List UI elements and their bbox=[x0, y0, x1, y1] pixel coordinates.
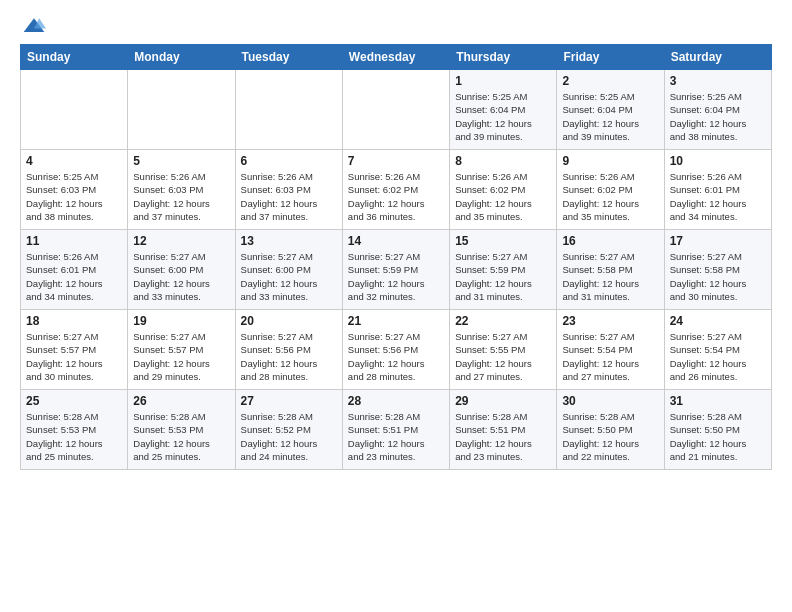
calendar-cell: 17Sunrise: 5:27 AM Sunset: 5:58 PM Dayli… bbox=[664, 230, 771, 310]
calendar-cell: 6Sunrise: 5:26 AM Sunset: 6:03 PM Daylig… bbox=[235, 150, 342, 230]
column-header-monday: Monday bbox=[128, 45, 235, 70]
day-info: Sunrise: 5:26 AM Sunset: 6:02 PM Dayligh… bbox=[348, 170, 444, 223]
day-info: Sunrise: 5:26 AM Sunset: 6:03 PM Dayligh… bbox=[133, 170, 229, 223]
day-info: Sunrise: 5:27 AM Sunset: 5:55 PM Dayligh… bbox=[455, 330, 551, 383]
day-number: 24 bbox=[670, 314, 766, 328]
column-header-tuesday: Tuesday bbox=[235, 45, 342, 70]
calendar-cell: 12Sunrise: 5:27 AM Sunset: 6:00 PM Dayli… bbox=[128, 230, 235, 310]
day-info: Sunrise: 5:27 AM Sunset: 5:58 PM Dayligh… bbox=[670, 250, 766, 303]
day-info: Sunrise: 5:25 AM Sunset: 6:04 PM Dayligh… bbox=[562, 90, 658, 143]
calendar-cell bbox=[128, 70, 235, 150]
day-info: Sunrise: 5:26 AM Sunset: 6:01 PM Dayligh… bbox=[26, 250, 122, 303]
day-info: Sunrise: 5:26 AM Sunset: 6:02 PM Dayligh… bbox=[455, 170, 551, 223]
day-number: 21 bbox=[348, 314, 444, 328]
day-info: Sunrise: 5:27 AM Sunset: 5:56 PM Dayligh… bbox=[241, 330, 337, 383]
day-info: Sunrise: 5:28 AM Sunset: 5:50 PM Dayligh… bbox=[670, 410, 766, 463]
calendar-cell bbox=[235, 70, 342, 150]
calendar-cell: 25Sunrise: 5:28 AM Sunset: 5:53 PM Dayli… bbox=[21, 390, 128, 470]
day-info: Sunrise: 5:26 AM Sunset: 6:03 PM Dayligh… bbox=[241, 170, 337, 223]
day-number: 2 bbox=[562, 74, 658, 88]
day-info: Sunrise: 5:25 AM Sunset: 6:04 PM Dayligh… bbox=[455, 90, 551, 143]
calendar-week-3: 11Sunrise: 5:26 AM Sunset: 6:01 PM Dayli… bbox=[21, 230, 772, 310]
calendar-cell: 2Sunrise: 5:25 AM Sunset: 6:04 PM Daylig… bbox=[557, 70, 664, 150]
calendar-header-row: SundayMondayTuesdayWednesdayThursdayFrid… bbox=[21, 45, 772, 70]
calendar-cell: 28Sunrise: 5:28 AM Sunset: 5:51 PM Dayli… bbox=[342, 390, 449, 470]
calendar-cell: 16Sunrise: 5:27 AM Sunset: 5:58 PM Dayli… bbox=[557, 230, 664, 310]
calendar-cell: 29Sunrise: 5:28 AM Sunset: 5:51 PM Dayli… bbox=[450, 390, 557, 470]
calendar-cell: 5Sunrise: 5:26 AM Sunset: 6:03 PM Daylig… bbox=[128, 150, 235, 230]
day-info: Sunrise: 5:25 AM Sunset: 6:04 PM Dayligh… bbox=[670, 90, 766, 143]
calendar-cell: 8Sunrise: 5:26 AM Sunset: 6:02 PM Daylig… bbox=[450, 150, 557, 230]
calendar-week-1: 1Sunrise: 5:25 AM Sunset: 6:04 PM Daylig… bbox=[21, 70, 772, 150]
day-number: 9 bbox=[562, 154, 658, 168]
column-header-saturday: Saturday bbox=[664, 45, 771, 70]
calendar-cell: 13Sunrise: 5:27 AM Sunset: 6:00 PM Dayli… bbox=[235, 230, 342, 310]
day-number: 12 bbox=[133, 234, 229, 248]
day-info: Sunrise: 5:27 AM Sunset: 6:00 PM Dayligh… bbox=[133, 250, 229, 303]
day-number: 23 bbox=[562, 314, 658, 328]
day-number: 17 bbox=[670, 234, 766, 248]
calendar-cell: 7Sunrise: 5:26 AM Sunset: 6:02 PM Daylig… bbox=[342, 150, 449, 230]
day-number: 29 bbox=[455, 394, 551, 408]
calendar-cell bbox=[21, 70, 128, 150]
day-info: Sunrise: 5:26 AM Sunset: 6:01 PM Dayligh… bbox=[670, 170, 766, 223]
calendar-cell: 23Sunrise: 5:27 AM Sunset: 5:54 PM Dayli… bbox=[557, 310, 664, 390]
calendar-cell: 26Sunrise: 5:28 AM Sunset: 5:53 PM Dayli… bbox=[128, 390, 235, 470]
day-number: 5 bbox=[133, 154, 229, 168]
day-info: Sunrise: 5:26 AM Sunset: 6:02 PM Dayligh… bbox=[562, 170, 658, 223]
day-info: Sunrise: 5:25 AM Sunset: 6:03 PM Dayligh… bbox=[26, 170, 122, 223]
logo bbox=[20, 16, 48, 36]
day-number: 25 bbox=[26, 394, 122, 408]
calendar-cell: 10Sunrise: 5:26 AM Sunset: 6:01 PM Dayli… bbox=[664, 150, 771, 230]
day-info: Sunrise: 5:27 AM Sunset: 5:59 PM Dayligh… bbox=[348, 250, 444, 303]
calendar-week-4: 18Sunrise: 5:27 AM Sunset: 5:57 PM Dayli… bbox=[21, 310, 772, 390]
day-info: Sunrise: 5:27 AM Sunset: 5:57 PM Dayligh… bbox=[26, 330, 122, 383]
day-number: 30 bbox=[562, 394, 658, 408]
calendar-cell: 11Sunrise: 5:26 AM Sunset: 6:01 PM Dayli… bbox=[21, 230, 128, 310]
day-number: 10 bbox=[670, 154, 766, 168]
calendar-cell: 15Sunrise: 5:27 AM Sunset: 5:59 PM Dayli… bbox=[450, 230, 557, 310]
day-info: Sunrise: 5:27 AM Sunset: 5:58 PM Dayligh… bbox=[562, 250, 658, 303]
calendar-cell: 3Sunrise: 5:25 AM Sunset: 6:04 PM Daylig… bbox=[664, 70, 771, 150]
day-number: 4 bbox=[26, 154, 122, 168]
day-number: 22 bbox=[455, 314, 551, 328]
column-header-friday: Friday bbox=[557, 45, 664, 70]
day-number: 15 bbox=[455, 234, 551, 248]
day-number: 27 bbox=[241, 394, 337, 408]
day-info: Sunrise: 5:28 AM Sunset: 5:53 PM Dayligh… bbox=[133, 410, 229, 463]
page-header bbox=[20, 16, 772, 36]
day-info: Sunrise: 5:28 AM Sunset: 5:50 PM Dayligh… bbox=[562, 410, 658, 463]
calendar-cell: 20Sunrise: 5:27 AM Sunset: 5:56 PM Dayli… bbox=[235, 310, 342, 390]
calendar-table: SundayMondayTuesdayWednesdayThursdayFrid… bbox=[20, 44, 772, 470]
column-header-thursday: Thursday bbox=[450, 45, 557, 70]
column-header-wednesday: Wednesday bbox=[342, 45, 449, 70]
day-number: 20 bbox=[241, 314, 337, 328]
day-number: 6 bbox=[241, 154, 337, 168]
calendar-cell: 21Sunrise: 5:27 AM Sunset: 5:56 PM Dayli… bbox=[342, 310, 449, 390]
day-number: 16 bbox=[562, 234, 658, 248]
day-info: Sunrise: 5:27 AM Sunset: 6:00 PM Dayligh… bbox=[241, 250, 337, 303]
day-number: 28 bbox=[348, 394, 444, 408]
day-info: Sunrise: 5:27 AM Sunset: 5:56 PM Dayligh… bbox=[348, 330, 444, 383]
day-number: 31 bbox=[670, 394, 766, 408]
day-number: 11 bbox=[26, 234, 122, 248]
day-info: Sunrise: 5:28 AM Sunset: 5:52 PM Dayligh… bbox=[241, 410, 337, 463]
day-info: Sunrise: 5:27 AM Sunset: 5:57 PM Dayligh… bbox=[133, 330, 229, 383]
column-header-sunday: Sunday bbox=[21, 45, 128, 70]
day-number: 7 bbox=[348, 154, 444, 168]
day-number: 1 bbox=[455, 74, 551, 88]
calendar-cell: 4Sunrise: 5:25 AM Sunset: 6:03 PM Daylig… bbox=[21, 150, 128, 230]
calendar-cell: 31Sunrise: 5:28 AM Sunset: 5:50 PM Dayli… bbox=[664, 390, 771, 470]
calendar-cell: 27Sunrise: 5:28 AM Sunset: 5:52 PM Dayli… bbox=[235, 390, 342, 470]
day-number: 19 bbox=[133, 314, 229, 328]
day-number: 3 bbox=[670, 74, 766, 88]
calendar-cell: 24Sunrise: 5:27 AM Sunset: 5:54 PM Dayli… bbox=[664, 310, 771, 390]
day-number: 26 bbox=[133, 394, 229, 408]
day-info: Sunrise: 5:27 AM Sunset: 5:59 PM Dayligh… bbox=[455, 250, 551, 303]
calendar-week-5: 25Sunrise: 5:28 AM Sunset: 5:53 PM Dayli… bbox=[21, 390, 772, 470]
calendar-cell: 18Sunrise: 5:27 AM Sunset: 5:57 PM Dayli… bbox=[21, 310, 128, 390]
day-info: Sunrise: 5:28 AM Sunset: 5:51 PM Dayligh… bbox=[348, 410, 444, 463]
logo-icon bbox=[22, 16, 46, 36]
day-info: Sunrise: 5:28 AM Sunset: 5:51 PM Dayligh… bbox=[455, 410, 551, 463]
day-info: Sunrise: 5:27 AM Sunset: 5:54 PM Dayligh… bbox=[670, 330, 766, 383]
